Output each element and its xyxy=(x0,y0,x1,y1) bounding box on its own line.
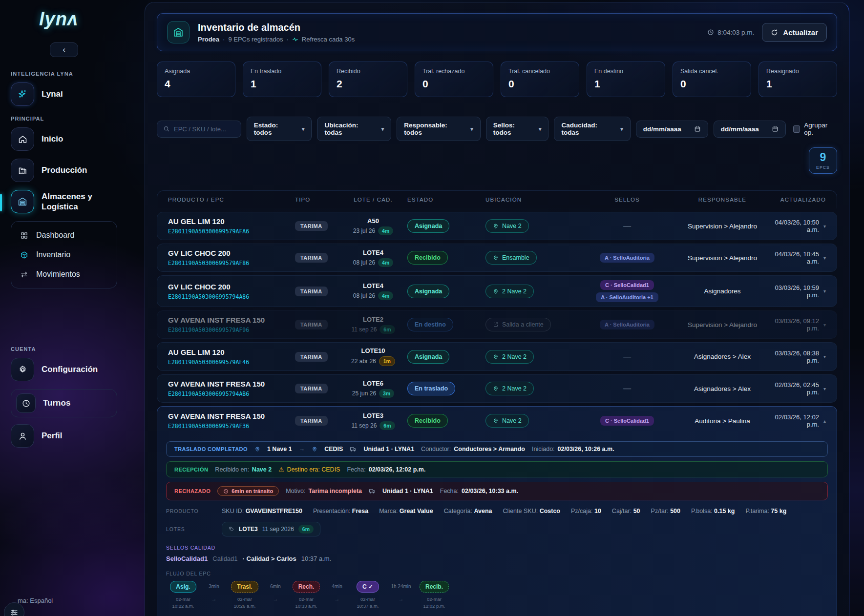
date-from-input[interactable]: dd/mm/aaaa xyxy=(636,121,708,138)
sidebar-item-turnos[interactable]: Turnos xyxy=(16,393,112,413)
group-ops-checkbox[interactable]: Agrupar op. xyxy=(793,122,837,136)
producto-detail-row: PRODUCTO SKU ID: GVAVEINSTFRE150 Present… xyxy=(166,508,828,514)
table-row[interactable]: GV LIC CHOC 200E2801190A50300699579AF86 … xyxy=(157,244,837,272)
filter-responsable[interactable]: Responsable: todos▾ xyxy=(397,117,480,141)
chevron-down-icon[interactable]: ▾ xyxy=(823,255,826,261)
date-to-input[interactable]: dd/mm/aaaa xyxy=(714,121,786,138)
stat-card-en-traslado[interactable]: En traslado1 xyxy=(243,62,321,97)
caducidad-badge: 4m xyxy=(378,226,393,235)
flow-step: Rech. 02-mar10:33 a.m. xyxy=(289,581,323,610)
col-actualizado[interactable]: ACTUALIZADO xyxy=(774,197,826,203)
table-header: PRODUCTO / EPC TIPO LOTE / CAD. ESTADO U… xyxy=(157,190,837,208)
table-row[interactable]: GV AVENA INST FRESA 150E2801190A50300699… xyxy=(157,407,837,435)
table-row[interactable]: GV LIC CHOC 200E2801190A503006995794A86 … xyxy=(157,275,837,307)
language-label: ma: Español xyxy=(18,597,53,604)
sidebar-subitem-inventario[interactable]: Inventario xyxy=(13,245,115,265)
filter-caducidad[interactable]: Caducidad: todas▾ xyxy=(554,117,630,141)
responsable-cell: Auditoria > Paulina xyxy=(676,417,769,425)
filter-estado[interactable]: Estado: todos▾ xyxy=(247,117,312,141)
status-badge: Recibido xyxy=(407,251,448,265)
sidebar-subitem-dashboard[interactable]: Dashboard xyxy=(13,226,115,245)
location-pill: Ensamble xyxy=(485,251,537,265)
col-estado[interactable]: ESTADO xyxy=(407,197,481,203)
table-row[interactable]: AU GEL LIM 120E2801190A50300699579AFA6 T… xyxy=(157,212,837,240)
responsable-cell: Asignadores xyxy=(676,287,769,295)
table-row[interactable]: GV AVENA INST FRESA 150E2801190A50300699… xyxy=(157,374,837,403)
sliders-icon xyxy=(10,608,19,616)
sello-badge: C · SelloCalidad1 xyxy=(600,280,654,290)
status-cards: Asignada4 En traslado1 Recibido2 Tral. r… xyxy=(157,62,837,97)
tipo-badge: TARIMA xyxy=(295,384,328,393)
stat-card-en-destino[interactable]: En destino1 xyxy=(587,62,665,97)
section-label-principal: PRINCIPAL xyxy=(11,116,117,122)
chevron-up-icon[interactable]: ▴ xyxy=(823,418,826,424)
gear-icon xyxy=(11,358,34,381)
chevron-down-icon: ▾ xyxy=(539,126,542,132)
rechazado-event-bar: RECHAZADO 6min en tránsito Motivo: Tarim… xyxy=(166,482,828,500)
sidebar-collapse-button[interactable]: ‹ xyxy=(50,42,78,57)
col-ubicacion[interactable]: UBICACIÓN xyxy=(485,197,578,203)
sidebar-item-produccion[interactable]: Producción xyxy=(11,159,117,182)
sellos-empty: — xyxy=(583,352,671,361)
warehouse-icon xyxy=(11,190,34,213)
stat-card-salida-cancel[interactable]: Salida cancel.0 xyxy=(673,62,751,97)
chevron-down-icon: ▾ xyxy=(381,126,384,132)
status-badge: Recibido xyxy=(407,414,448,428)
stat-card-tral-rechazado[interactable]: Tral. rechazado0 xyxy=(415,62,493,97)
sidebar-item-label: Configuración xyxy=(42,364,98,374)
lotes-detail-row: LOTES LOTE3 11 sep 2026 6m xyxy=(166,522,828,536)
filter-sellos[interactable]: Sellos: todos▾ xyxy=(486,117,549,141)
chevron-down-icon[interactable]: ▾ xyxy=(823,288,826,294)
col-responsable[interactable]: RESPONSABLE xyxy=(676,197,769,203)
sidebar-item-label: Almacenes y Logística xyxy=(42,191,92,212)
updated-cell: 03/03/26, 10:59 p.m.▾ xyxy=(774,284,826,299)
chevron-down-icon[interactable]: ▾ xyxy=(823,386,826,391)
arrow-icon: → xyxy=(335,596,340,602)
org-name: Prodea xyxy=(198,36,219,43)
filter-bar: Estado: todos▾ Ubicación: todas▾ Respons… xyxy=(157,117,837,141)
col-producto[interactable]: PRODUCTO / EPC xyxy=(168,197,290,203)
chevron-left-icon: ‹ xyxy=(63,45,65,55)
app-logo: lynʌ xyxy=(39,9,117,30)
sidebar-item-lynai[interactable]: Lynai xyxy=(11,82,117,106)
sidebar-item-almacenes[interactable]: Almacenes y Logística xyxy=(11,190,117,213)
pin-icon xyxy=(254,446,260,452)
chevron-down-icon[interactable]: ▾ xyxy=(823,224,826,229)
caducidad-badge: 6m xyxy=(298,525,314,534)
stat-card-recibido[interactable]: Recibido2 xyxy=(329,62,407,97)
swap-arrows-icon xyxy=(20,270,30,279)
stat-card-asignada[interactable]: Asignada4 xyxy=(157,62,235,97)
filter-ubicacion[interactable]: Ubicación: todas▾ xyxy=(317,117,391,141)
sidebar-item-perfil[interactable]: Perfil xyxy=(11,424,117,448)
refresh-button[interactable]: Actualizar xyxy=(762,23,827,42)
clock-icon xyxy=(223,489,229,494)
page-subtitle: Prodea · 9 EPCs registrados · Refresca c… xyxy=(198,36,355,43)
table-row[interactable]: AU GEL LIM 120E2801190A50300699579AF46 T… xyxy=(157,342,837,371)
location-pill: Nave 2 xyxy=(485,219,529,233)
status-badge: Asignada xyxy=(407,285,449,298)
sidebar-item-label: Turnos xyxy=(43,398,70,408)
flow-step: Recib. 02-mar12:02 p.m. xyxy=(417,581,451,610)
sidebar: lynʌ ‹ INTELIGENCIA LYNA Lynai PRINCIPAL… xyxy=(0,0,128,616)
col-lote[interactable]: LOTE / CAD. xyxy=(344,197,402,203)
sidebar-item-inicio[interactable]: Inicio xyxy=(11,127,117,151)
location-pill: Salida a cliente xyxy=(485,318,551,331)
col-tipo[interactable]: TIPO xyxy=(295,197,339,203)
search-box[interactable] xyxy=(157,121,241,138)
chevron-down-icon[interactable]: ▾ xyxy=(823,354,826,359)
search-input[interactable] xyxy=(174,125,232,133)
col-sellos[interactable]: SELLOS xyxy=(583,197,671,203)
stat-card-reasignado[interactable]: Reasignado1 xyxy=(759,62,837,97)
table-row[interactable]: GV AVENA INST FRESA 150E2801190A50300699… xyxy=(157,310,837,339)
refresh-note: Refresca cada 30s xyxy=(302,36,355,43)
sliders-button[interactable] xyxy=(4,602,24,616)
stat-card-tral-cancelado[interactable]: Tral. cancelado0 xyxy=(501,62,579,97)
refresh-icon xyxy=(771,29,778,36)
arrow-icon: → xyxy=(211,596,217,602)
sidebar-subitem-movimientos[interactable]: Movimientos xyxy=(13,265,115,284)
flow-gap: 6min→ xyxy=(262,581,289,602)
person-icon xyxy=(11,424,34,448)
flow-step: C ✓ 02-mar10:37 a.m. xyxy=(351,581,385,610)
sidebar-item-configuracion[interactable]: Configuración xyxy=(11,358,117,381)
chevron-down-icon[interactable]: ▾ xyxy=(823,322,826,328)
